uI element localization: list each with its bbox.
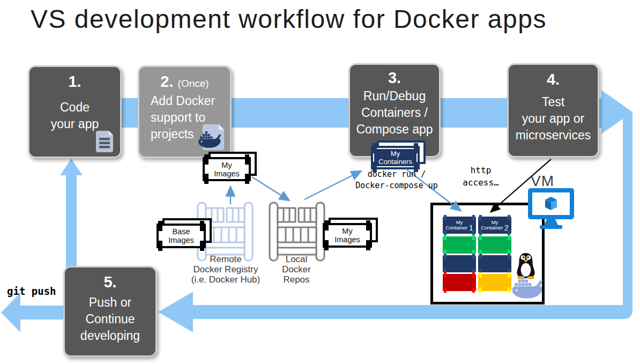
- my-images-chip-local: My Images: [323, 223, 372, 248]
- container-block: [443, 274, 476, 291]
- local-repos-icon: [268, 202, 326, 263]
- local-repos-label: Local Docker Repos: [256, 254, 337, 285]
- container-block-my-container-2: My Container 2: [478, 217, 511, 234]
- container-block: [478, 236, 511, 254]
- step-4-box: 4. Test your app or microservices: [507, 63, 599, 158]
- step-5-box: 5. Push or Continue developing: [63, 266, 157, 357]
- remote-registry-label: Remote Docker Registry (i.e. Docker Hub): [185, 254, 266, 285]
- docker-run-note: docker run / Docker-compose up: [348, 169, 445, 191]
- container-block: [478, 274, 511, 291]
- step-5-line: developing: [65, 328, 155, 344]
- step-3-line: Containers /: [350, 105, 439, 121]
- step-4-line: your app or: [509, 110, 598, 127]
- step-2-number: 2.: [160, 73, 173, 90]
- step-5-line: Push or: [65, 294, 155, 311]
- step-4-line: microservices: [509, 127, 598, 144]
- step-2-box: 2. (Once) Add Docker support to projects: [138, 65, 232, 158]
- my-images-chip-top: My Images: [203, 157, 251, 181]
- http-access-note: http access…: [452, 164, 510, 189]
- step-1-line: Code: [29, 99, 120, 116]
- container-block: [443, 255, 476, 272]
- step-2-line: Add Docker: [151, 93, 230, 109]
- diagram-canvas: VS development workflow for Docker apps …: [0, 0, 640, 364]
- git-push-note: git push: [7, 285, 56, 297]
- step-1-number: 1.: [29, 73, 120, 91]
- step-1-box: 1. Code your app: [28, 65, 122, 158]
- my-containers-chip: My Containers: [371, 146, 420, 169]
- container-block: [443, 236, 476, 254]
- step-4-number: 4.: [509, 71, 598, 88]
- step-3-line: Run/Debug: [350, 88, 439, 105]
- docker-whale-icon: [511, 276, 543, 301]
- container-block: [478, 255, 511, 272]
- document-icon: [94, 130, 115, 153]
- page-title: VS development workflow for Docker apps: [31, 4, 547, 34]
- dockerfile-icon: [196, 123, 227, 152]
- loop-arrow-step5-to-step1: [60, 159, 83, 268]
- step-3-number: 3.: [350, 69, 439, 87]
- container-block-my-container-1: My Container 1: [443, 217, 476, 234]
- step-3-line: Compose app: [350, 121, 439, 138]
- step-4-line: Test: [509, 94, 598, 110]
- step-5-number: 5.: [65, 273, 155, 291]
- vm-monitor-icon: [527, 188, 576, 231]
- base-images-chip: Base Images: [157, 224, 206, 248]
- git-push-arrow: [1, 293, 64, 332]
- step-5-line: Continue: [65, 311, 155, 328]
- step-2-qualifier: (Once): [178, 78, 209, 89]
